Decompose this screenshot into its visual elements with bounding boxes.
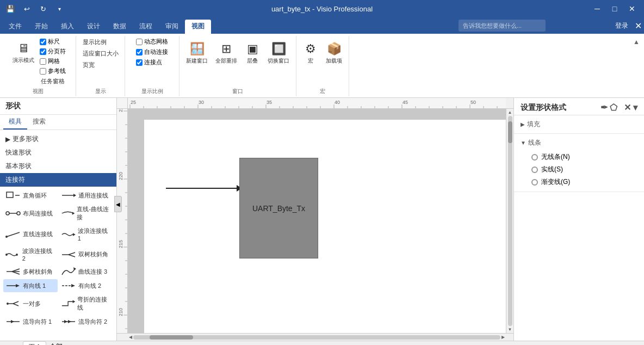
category-quick-shapes[interactable]: 快速形状 <box>0 146 116 159</box>
page-all-dropdown[interactable]: 全部 ▲ <box>49 342 69 345</box>
tab-review[interactable]: 审阅 <box>159 20 185 34</box>
page-tab-1[interactable]: 页-1 <box>23 341 46 345</box>
shape-layout-conn[interactable]: 布局连接线 <box>3 203 58 224</box>
scroll-left-icon[interactable]: ◀ <box>129 335 132 340</box>
shape-one-many[interactable]: 一对多 <box>3 293 58 314</box>
titlebar-controls: ─ □ ✕ <box>590 3 640 15</box>
collapse-icon[interactable]: ▲ <box>633 38 640 46</box>
new-window-button[interactable]: 🪟 新建窗口 <box>183 37 211 70</box>
task-pane-button[interactable]: 任务窗格 <box>39 76 67 87</box>
tab-design[interactable]: 设计 <box>81 20 107 34</box>
fill-section-title[interactable]: ▶ 填充 <box>521 119 637 130</box>
add-page-button[interactable]: ⊕ <box>70 343 81 346</box>
page-nav-left[interactable]: ◀ <box>2 343 11 346</box>
pentagon-icon[interactable]: ⬠ <box>610 102 617 113</box>
diagram-arrow[interactable] <box>166 185 242 192</box>
diagram-canvas[interactable]: UART_Byte_Tx <box>128 109 506 333</box>
scroll-down-icon[interactable]: ▼ <box>508 327 512 332</box>
auto-connect-check[interactable]: 自动连接 <box>135 47 169 57</box>
category-basic-shapes[interactable]: 基本形状 <box>0 159 116 173</box>
addins-button[interactable]: 📦 加载项 <box>323 37 345 70</box>
tab-home[interactable]: 开始 <box>28 20 54 34</box>
diagram-box[interactable]: UART_Byte_Tx <box>239 158 318 258</box>
pen-icon[interactable]: ✒ <box>600 102 608 113</box>
shapes-tab-stencil[interactable]: 模具 <box>3 115 27 130</box>
shape-bend-conn[interactable]: 弯折的连接线 <box>59 293 113 314</box>
no-line-radio[interactable] <box>531 154 538 161</box>
customize-icon[interactable]: ▾ <box>53 3 65 15</box>
svg-marker-30 <box>11 320 14 323</box>
svg-point-24 <box>7 303 9 305</box>
switch-window-button[interactable]: 🔲 切换窗口 <box>264 37 293 70</box>
tab-data[interactable]: 数据 <box>107 20 133 34</box>
page-nav-right[interactable]: ▶ <box>13 343 22 346</box>
fit-window-button[interactable]: 适应窗口大小 <box>81 48 121 59</box>
svg-rect-0 <box>7 192 13 198</box>
diagram-page: UART_Byte_Tx <box>144 120 506 333</box>
h-scroll-track[interactable] <box>133 335 500 340</box>
scroll-up-icon[interactable]: ▲ <box>508 110 512 115</box>
login-button[interactable]: 登录 <box>611 20 633 32</box>
demo-mode-button[interactable]: 🖥 演示模式 <box>9 37 38 69</box>
redo-icon[interactable]: ↻ <box>37 3 49 15</box>
panel-collapse-button[interactable]: ◀ <box>114 196 122 212</box>
reference-check[interactable]: 参考线 <box>39 66 67 76</box>
save-icon[interactable]: 💾 <box>4 3 16 15</box>
tab-view[interactable]: 视图 <box>185 20 211 34</box>
category-connectors[interactable]: 连接符 <box>0 173 116 187</box>
v-scrollbar[interactable]: ▲ ▼ <box>506 109 513 333</box>
h-scrollbar[interactable]: ◀ ▶ <box>128 334 506 341</box>
shape-wave2[interactable]: 波浪连接线 2 <box>3 245 58 264</box>
gradient-line-radio[interactable] <box>531 179 538 186</box>
shape-double-branch[interactable]: 双树枝斜角 <box>59 245 113 264</box>
maximize-button[interactable]: □ <box>607 3 622 15</box>
ribbon-group-macro: ⚙ 宏 📦 加载项 宏 <box>296 36 349 96</box>
ribbon-close-icon[interactable]: ✕ <box>635 21 642 31</box>
ruler-check[interactable]: 标尺 <box>39 37 67 46</box>
category-more-shapes[interactable]: ▶ 更多形状 <box>0 132 116 146</box>
view-group-label: 视图 <box>3 87 72 96</box>
grid-check[interactable]: 网格 <box>39 57 67 66</box>
new-window-icon: 🪟 <box>190 42 205 56</box>
right-panel-collapse-icon[interactable]: ▾ <box>633 102 637 113</box>
shape-flow2[interactable]: 流导向符 2 <box>59 315 113 328</box>
no-line-option[interactable]: 无线条(N) <box>529 151 637 163</box>
connectors-check[interactable]: 连接点 <box>135 58 169 67</box>
gradient-line-option[interactable]: 渐变线(G) <box>529 176 637 188</box>
ask-input[interactable] <box>459 20 546 32</box>
shape-line-curve[interactable]: 直线-曲线连接 <box>59 203 113 224</box>
shape-rect-loop[interactable]: 直角循环 <box>3 189 58 202</box>
shape-flow1[interactable]: 流导向符 1 <box>3 315 58 328</box>
layers-button[interactable]: ▣ 层叠 <box>242 37 263 70</box>
shape-arrow1[interactable]: 有向线 1 <box>3 279 58 292</box>
tab-flow[interactable]: 流程 <box>133 20 159 34</box>
ribbon-collapse-button[interactable]: ▲ <box>633 36 644 96</box>
shape-curve3[interactable]: 曲线连接 3 <box>59 265 113 278</box>
arrange-all-button[interactable]: ⊞ 全部重排 <box>212 37 240 70</box>
macros-button[interactable]: ⚙ 宏 <box>300 37 321 70</box>
close-button[interactable]: ✕ <box>624 3 640 15</box>
shape-arrow2[interactable]: 有向线 2 <box>59 279 113 292</box>
v-scroll-track[interactable] <box>508 116 512 326</box>
line-section-title[interactable]: ▼ 线条 <box>521 137 637 149</box>
solid-line-option[interactable]: 实线(S) <box>529 163 637 176</box>
tab-insert[interactable]: 插入 <box>54 20 81 34</box>
shape-wave1[interactable]: 波浪连接线 1 <box>59 225 113 244</box>
solid-line-radio[interactable] <box>531 167 538 173</box>
page-break-check[interactable]: 分页符 <box>39 47 67 56</box>
undo-icon[interactable]: ↩ <box>21 3 33 15</box>
scroll-right-icon[interactable]: ▶ <box>501 335 505 340</box>
svg-marker-9 <box>73 233 76 236</box>
shape-multi-branch[interactable]: 多树枝斜角 <box>3 265 58 278</box>
shape-straight-conn[interactable]: 直线连接线 <box>3 225 58 244</box>
tab-file[interactable]: 文件 <box>2 20 28 34</box>
show-ratio-button[interactable]: 显示比例 <box>81 37 121 47</box>
v-scroll-thumb[interactable] <box>508 121 512 143</box>
dynamic-grid-check[interactable]: 动态网格 <box>135 37 169 46</box>
h-scroll-thumb[interactable] <box>150 335 193 340</box>
page-width-button[interactable]: 页宽 <box>81 60 121 70</box>
right-panel-close-icon[interactable]: ✕ <box>624 102 631 113</box>
shapes-tab-search[interactable]: 搜索 <box>27 115 51 130</box>
minimize-button[interactable]: ─ <box>590 3 605 15</box>
shape-generic-conn[interactable]: 通用连接线 <box>59 189 113 202</box>
